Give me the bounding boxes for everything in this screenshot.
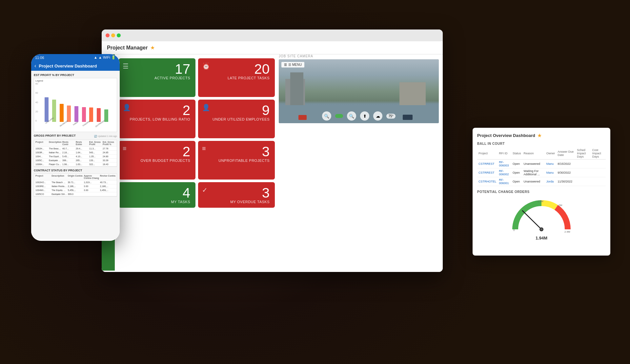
late-tasks-icon: ⏰ <box>202 62 210 70</box>
owner-link[interactable]: Manu <box>546 162 554 165</box>
refresh-text: 🔄 Updated 1 min ago <box>94 135 117 138</box>
right-panel: JOB SITE CAMERA <box>279 54 443 271</box>
my-overdue-content: 3 MY OVERDUE TASKS <box>203 186 270 204</box>
camera-status-indicator <box>335 114 343 118</box>
minimize-button[interactable] <box>111 33 115 37</box>
bar <box>97 108 101 122</box>
bic-header-row: Project RFI ID Status Reason Owner Answe… <box>477 147 606 160</box>
late-tasks-card[interactable]: ⏰ 20 LATE PROJECT TASKS <box>198 58 275 97</box>
table-row: CSTRREST RF-006002 Open Waiting For Addi… <box>477 168 606 177</box>
temperature-display: 75° <box>386 114 395 119</box>
table-row: 1002HO... The Beach Hotel a... 39.71... … <box>34 181 117 184</box>
active-projects-card[interactable]: ☰ 17 ACTIVE PROJECTS <box>119 58 195 97</box>
under-utilized-icon: 👤 <box>202 104 210 111</box>
potential-change-orders-section: POTENTIAL CHANGE ORDERS 0 1.5M 2M 2.9M <box>477 190 606 243</box>
my-tasks-card[interactable]: 4 MY TASKS <box>119 182 195 208</box>
rfi-link[interactable]: RF-006001 <box>499 178 509 185</box>
share-button[interactable]: ⬆ <box>360 111 369 121</box>
late-tasks-content: 20 LATE PROJECT TASKS <box>203 62 270 80</box>
bar-item <box>95 108 102 122</box>
project-link[interactable]: CSTRREST <box>478 171 495 174</box>
unprofitable-card[interactable]: ≡ 3 UNPROFITABLE PROJECTS <box>198 141 275 180</box>
building-right <box>399 82 426 105</box>
mobile-content: EST PROFIT % BY PROJECT Legend 80 60 40 … <box>31 71 120 239</box>
card-title-row: Project Overview Dashboard ★ <box>477 132 606 139</box>
bar-item <box>80 107 87 122</box>
camera-section-label: JOB SITE CAMERA <box>279 54 439 58</box>
zoom-in-button[interactable]: 🔍 <box>347 111 356 121</box>
under-utilized-content: 9 UNDER UTILIZED EMPLOYEES <box>203 104 270 121</box>
mobile-time: 11:06 <box>35 56 44 60</box>
browser-titlebar <box>102 29 443 41</box>
over-budget-content: 2 OVER BUDGET PROJECTS <box>124 145 190 163</box>
gross-profit-table: Project Description Revis Contr Revis Es… <box>34 140 117 167</box>
contract-table: Project Description Origin Contra Approv… <box>34 173 117 197</box>
close-button[interactable] <box>106 33 110 37</box>
under-utilized-card[interactable]: 👤 9 UNDER UTILIZED EMPLOYEES <box>198 100 275 138</box>
card-star-icon[interactable]: ★ <box>537 132 542 139</box>
dashboard-grid: ☰ 17 ACTIVE PROJECTS ⏰ 20 LATE PROJECT T… <box>115 54 279 212</box>
change-orders-title: POTENTIAL CHANGE ORDERS <box>477 190 606 194</box>
bar-item <box>58 104 65 122</box>
table-row: 1004WI... The Equity Group -... 5,459,..… <box>34 188 117 192</box>
maximize-button[interactable] <box>117 33 121 37</box>
project-link[interactable]: CSTRHOTEL <box>478 180 497 183</box>
x-axis-labels: ULTICURR1 REVREC02 THR03 FIXEDP06 2017PR… <box>35 122 115 125</box>
weather-button[interactable]: ☁ <box>373 111 382 121</box>
table-row: 1006H... Flager Custom ... 1.98... 1.63.… <box>34 163 117 166</box>
ball-in-court-title: BALL IN COURT <box>477 142 606 145</box>
browser-window-controls <box>106 33 121 37</box>
camera-view: ☰ ☰ MENU 🔍 🔍 ⬆ ☁ 75° <box>279 59 439 123</box>
svg-text:1.5M: 1.5M <box>538 200 543 203</box>
bar-item <box>88 107 95 122</box>
building-center <box>290 72 303 105</box>
over-budget-card[interactable]: ≡ 2 OVER BUDGET PROJECTS <box>119 141 195 180</box>
my-tasks-content: 4 MY TASKS <box>124 186 190 204</box>
bar <box>74 106 78 122</box>
bar-item <box>43 97 50 122</box>
mobile-status-icons: ▲ ▲ WiFi 🔋 <box>94 55 116 60</box>
unprofitable-icon: ≡ <box>202 145 206 152</box>
bar-item <box>66 105 72 122</box>
gross-profit-title: GROSS PROFIT BY PROJECT <box>34 134 76 137</box>
app-header: Project Manager ★ <box>102 41 443 54</box>
rfi-link[interactable]: RF-006003 <box>499 161 509 167</box>
chart-legend: Legend <box>35 80 115 82</box>
zoom-out-button[interactable]: 🔍 <box>322 111 331 121</box>
rfi-link[interactable]: RF-006002 <box>499 169 509 176</box>
gauge-svg: 0 1.5M 2M 2.9M <box>509 198 574 234</box>
owner-link[interactable]: Jorda <box>546 180 554 183</box>
svg-text:2M: 2M <box>559 204 562 207</box>
low-billing-card[interactable]: 👤 2 PROJECTS, LOW BILLING RATIO <box>119 100 195 138</box>
my-overdue-tasks-card[interactable]: ✓ 3 MY OVERDUE TASKS <box>198 182 275 208</box>
active-projects-icon: ☰ <box>123 62 129 70</box>
table-row: CSTRHOTEL RF-006001 Open Unanswered Jord… <box>477 177 606 186</box>
overdue-tasks-icon: ✓ <box>202 186 208 194</box>
bar <box>45 97 49 122</box>
unprofitable-content: 3 UNPROFITABLE PROJECTS <box>203 145 270 163</box>
card-title: Project Overview Dashboard <box>477 133 535 138</box>
bic-table-body: CSTRREST RF-006003 Open Unanswered Manu … <box>477 160 606 186</box>
owner-link[interactable]: Manu <box>546 171 554 174</box>
svg-text:2.9M: 2.9M <box>564 230 570 233</box>
bar-item <box>73 106 80 122</box>
browser-content: Project Manager ★ ☰ ☰ 17 ACTIVE PROJECTS <box>102 41 443 272</box>
gross-profit-table-header: Project Description Revis Contr Revis Es… <box>34 140 117 147</box>
active-projects-number: 17 ACTIVE PROJECTS <box>124 62 190 80</box>
bic-table-head: Project RFI ID Status Reason Owner Answe… <box>477 147 606 160</box>
svg-text:0: 0 <box>513 229 515 232</box>
camera-menu-button[interactable]: ☰ ☰ MENU <box>281 62 304 67</box>
contract-status-title: CONTRACT STATUS BY PROJECT <box>34 169 117 172</box>
svg-line-4 <box>522 211 541 229</box>
bar <box>82 107 86 122</box>
favorite-star-icon[interactable]: ★ <box>150 45 155 51</box>
project-link[interactable]: CSTRREST <box>478 162 495 165</box>
contract-table-header: Project Description Origin Contra Approv… <box>34 174 117 181</box>
mobile-back-button[interactable]: ‹ <box>34 63 36 69</box>
over-budget-icon: ≡ <box>123 145 127 152</box>
gauge-value: 1.94M <box>536 236 547 240</box>
camera-section: JOB SITE CAMERA <box>279 54 439 123</box>
est-profit-title: EST PROFIT % BY PROJECT <box>34 73 117 77</box>
bar <box>89 107 93 122</box>
main-layout: ☰ ☰ 17 ACTIVE PROJECTS ⏰ 20 LAT <box>102 54 443 271</box>
